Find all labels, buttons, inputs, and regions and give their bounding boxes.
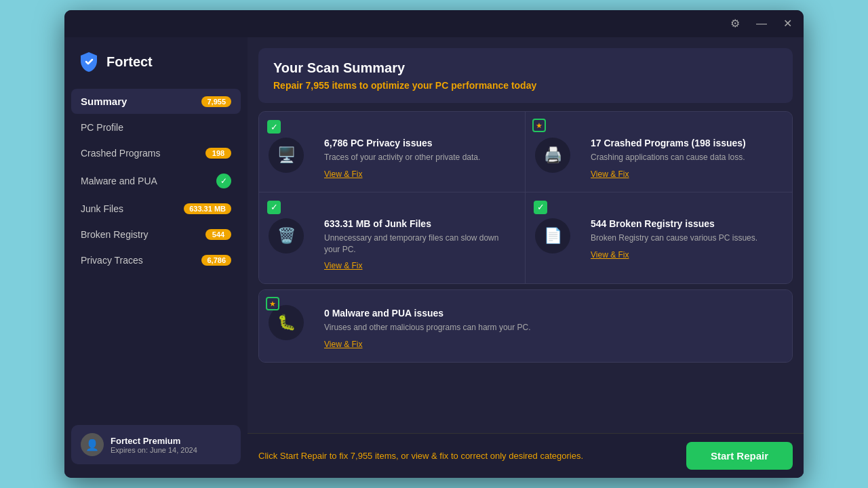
sidebar-badge-summary: 7,955	[201, 96, 231, 107]
card-icon-wrap-crashed: 🖨️	[535, 138, 570, 173]
sidebar-badge-malware-pua: ✓	[216, 174, 231, 188]
malware-icon: 🐛	[277, 314, 296, 331]
check-icon-crashed: ★	[532, 119, 546, 132]
card-checkbox-junk: ✓	[267, 201, 281, 214]
card-icon-wrap-privacy: 🖥️	[269, 138, 304, 173]
scan-subtitle-prefix: Repair	[273, 80, 305, 91]
check-icon-junk: ✓	[267, 201, 281, 214]
app-window: ⚙ — ✕ Fortect Summary 7,955	[64, 10, 804, 478]
settings-button[interactable]: ⚙	[727, 17, 743, 30]
card-link-malware[interactable]: View & Fix	[324, 340, 362, 349]
title-bar: ⚙ — ✕	[64, 10, 804, 37]
bottom-hint: Click Start Repair to fix 7,955 items, o…	[258, 451, 686, 461]
registry-icon: 📄	[544, 227, 562, 245]
card-desc-crashed: Crashing applications can cause data los…	[591, 152, 780, 163]
card-link-crashed[interactable]: View & Fix	[591, 169, 629, 179]
scan-subtitle: Repair 7,955 items to optimize your PC p…	[273, 80, 778, 91]
sidebar-footer: 👤 Fortect Premium Expires on: June 14, 2…	[64, 418, 248, 471]
star-icon-malware: ★	[269, 300, 276, 308]
card-body-registry: 544 Broken Registry issues Broken Regist…	[591, 205, 780, 260]
card-title-registry: 544 Broken Registry issues	[591, 218, 780, 229]
star-icon-crashed: ★	[536, 121, 542, 130]
junk-icon: 🗑️	[277, 227, 296, 245]
sidebar-label-summary: Summary	[81, 96, 127, 107]
sidebar: Fortect Summary 7,955 PC Profile Crashed…	[64, 37, 248, 478]
sidebar-badge-broken-registry: 544	[205, 229, 231, 240]
title-bar-controls: ⚙ — ✕	[727, 17, 795, 30]
scan-title: Your Scan Summary	[273, 60, 778, 76]
card-link-junk[interactable]: View & Fix	[324, 261, 362, 270]
check-icon-malware: ★	[266, 297, 279, 310]
sidebar-item-pc-profile[interactable]: PC Profile	[71, 115, 241, 140]
sidebar-item-broken-registry[interactable]: Broken Registry 544	[71, 222, 241, 247]
user-expiry: Expires on: June 14, 2024	[111, 446, 197, 454]
card-desc-junk: Unnecessary and temporary files can slow…	[324, 232, 513, 256]
card-body-crashed: 17 Crashed Programs (198 issues) Crashin…	[591, 124, 780, 180]
sidebar-item-junk-files[interactable]: Junk Files 633.31 MB	[71, 197, 241, 221]
card-malware: ★ 🐛 0 Malware and PUA issues Viruses and…	[259, 290, 792, 362]
logo-text: Fortect	[106, 54, 153, 70]
sidebar-item-summary[interactable]: Summary 7,955	[71, 89, 241, 114]
card-checkbox-malware: ★	[266, 297, 279, 310]
card-link-registry[interactable]: View & Fix	[591, 250, 629, 260]
sidebar-badge-junk-files: 633.31 MB	[184, 203, 231, 214]
user-info: Fortect Premium Expires on: June 14, 202…	[111, 436, 197, 454]
check-icon-registry: ✓	[534, 201, 547, 214]
sidebar-logo: Fortect	[64, 44, 248, 89]
card-link-privacy[interactable]: View & Fix	[324, 169, 362, 179]
card-title-crashed: 17 Crashed Programs (198 issues)	[591, 138, 780, 148]
sidebar-label-privacy-traces: Privacy Traces	[81, 255, 143, 266]
minimize-button[interactable]: —	[753, 17, 770, 30]
card-privacy: ✓ 🖥️ 6,786 PC Privacy issues Traces of y…	[259, 112, 526, 192]
bottom-bar: Click Start Repair to fix 7,955 items, o…	[248, 433, 804, 478]
sidebar-nav: Summary 7,955 PC Profile Crashed Program…	[64, 89, 248, 418]
privacy-icon: 🖥️	[277, 146, 296, 164]
scan-subtitle-suffix: items to optimize your PC performance to…	[330, 80, 537, 91]
sidebar-badge-crashed-programs: 198	[205, 148, 231, 159]
card-body-privacy: 6,786 PC Privacy issues Traces of your a…	[324, 124, 513, 180]
card-malware-row: ★ 🐛 0 Malware and PUA issues Viruses and…	[258, 289, 793, 363]
sidebar-item-malware-pua[interactable]: Malware and PUA ✓	[71, 167, 241, 195]
card-title-privacy: 6,786 PC Privacy issues	[324, 138, 513, 148]
scan-summary-header: Your Scan Summary Repair 7,955 items to …	[258, 48, 793, 103]
card-icon-wrap-junk: 🗑️	[269, 218, 304, 253]
sidebar-item-crashed-programs[interactable]: Crashed Programs 198	[71, 141, 241, 165]
card-body-junk: 633.31 MB of Junk Files Unnecessary and …	[324, 205, 513, 272]
sidebar-item-privacy-traces[interactable]: Privacy Traces 6,786	[71, 248, 241, 272]
sidebar-label-broken-registry: Broken Registry	[81, 229, 149, 240]
card-junk: ✓ 🗑️ 633.31 MB of Junk Files Unnecessary…	[259, 192, 526, 284]
card-title-malware: 0 Malware and PUA issues	[324, 308, 780, 319]
check-icon-privacy: ✓	[267, 120, 281, 134]
user-name: Fortect Premium	[111, 436, 197, 446]
card-checkbox-crashed: ★	[532, 119, 546, 132]
avatar: 👤	[81, 433, 104, 456]
sidebar-badge-privacy-traces: 6,786	[201, 255, 231, 266]
card-desc-registry: Broken Registry can cause various PC iss…	[591, 232, 780, 244]
sidebar-label-junk-files: Junk Files	[81, 203, 123, 214]
main-content: Your Scan Summary Repair 7,955 items to …	[248, 37, 804, 478]
card-title-junk: 633.31 MB of Junk Files	[324, 218, 513, 229]
sidebar-label-pc-profile: PC Profile	[81, 122, 123, 133]
user-card: 👤 Fortect Premium Expires on: June 14, 2…	[71, 425, 241, 464]
card-registry: ✓ 📄 544 Broken Registry issues Broken Re…	[526, 192, 792, 284]
card-icon-wrap-registry: 📄	[535, 218, 570, 253]
logo-icon	[78, 51, 100, 73]
crashed-icon: 🖨️	[544, 146, 562, 164]
sidebar-label-crashed-programs: Crashed Programs	[81, 148, 161, 159]
start-repair-button[interactable]: Start Repair	[686, 442, 793, 470]
card-checkbox-registry: ✓	[534, 201, 547, 214]
card-body-malware: 0 Malware and PUA issues Viruses and oth…	[324, 302, 780, 350]
cards-grid: ✓ 🖥️ 6,786 PC Privacy issues Traces of y…	[258, 111, 793, 284]
card-crashed: ★ 🖨️ 17 Crashed Programs (198 issues) Cr…	[526, 112, 792, 192]
cards-wrapper: ✓ 🖥️ 6,786 PC Privacy issues Traces of y…	[248, 111, 804, 433]
card-desc-privacy: Traces of your activity or other private…	[324, 152, 513, 163]
scan-subtitle-count: 7,955	[305, 80, 329, 91]
card-desc-malware: Viruses and other malicious programs can…	[324, 322, 780, 333]
card-checkbox-privacy: ✓	[267, 120, 281, 134]
close-button[interactable]: ✕	[780, 17, 795, 30]
app-body: Fortect Summary 7,955 PC Profile Crashed…	[64, 37, 804, 478]
sidebar-label-malware-pua: Malware and PUA	[81, 176, 157, 186]
